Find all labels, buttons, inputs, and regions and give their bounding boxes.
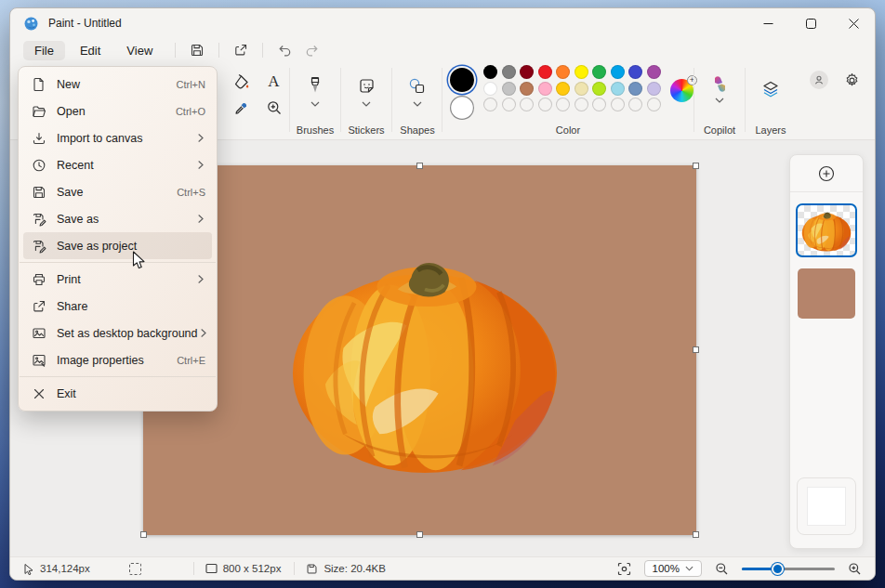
stickers-dropdown-chevron[interactable] xyxy=(341,101,391,107)
canvas-handle-top-center[interactable] xyxy=(416,163,423,169)
file-menu-item-image-properties[interactable]: Image propertiesCtrl+E xyxy=(23,346,212,373)
canvas-handle-right-middle[interactable] xyxy=(693,346,699,353)
paint-canvas[interactable] xyxy=(143,165,696,535)
fit-to-screen-button[interactable] xyxy=(617,562,631,576)
canvas-handle-top-right[interactable] xyxy=(693,163,699,169)
color-swatch-b5e61d[interactable] xyxy=(592,82,606,96)
color-swatch-c8bfe7[interactable] xyxy=(647,82,661,96)
statusbar-separator xyxy=(193,562,194,575)
brushes-dropdown-chevron[interactable] xyxy=(290,101,340,107)
file-menu-item-share[interactable]: Share xyxy=(23,293,212,320)
file-menu-item-set-as-desktop-background[interactable]: Set as desktop background xyxy=(23,320,212,346)
file-menu-item-exit[interactable]: Exit xyxy=(23,380,212,407)
color-swatch-empty-3[interactable] xyxy=(520,98,534,111)
stickers-button[interactable] xyxy=(353,73,379,98)
menu-separator xyxy=(20,376,216,377)
zoom-in-button[interactable] xyxy=(848,562,862,576)
color-swatch-empty-8[interactable] xyxy=(611,98,625,111)
color-swatch-880015[interactable] xyxy=(520,65,534,79)
desktop-bg-icon xyxy=(32,326,46,341)
zoom-slider[interactable] xyxy=(742,568,835,570)
zoom-level-dropdown[interactable]: 100% xyxy=(644,560,702,577)
file-menu-item-import-to-canvas[interactable]: Import to canvas xyxy=(23,124,212,151)
primary-color-swatch[interactable] xyxy=(450,68,474,92)
undo-button[interactable] xyxy=(271,40,298,60)
shapes-button[interactable] xyxy=(404,73,430,98)
color-swatch-empty-4[interactable] xyxy=(538,98,552,111)
color-swatch-ff7f27[interactable] xyxy=(556,65,570,79)
color-swatch-ffffff[interactable] xyxy=(483,82,497,96)
layer-2-thumbnail[interactable] xyxy=(798,268,855,319)
copilot-dropdown-chevron[interactable] xyxy=(694,98,745,103)
mouse-cursor xyxy=(132,251,146,270)
background-layer-container[interactable] xyxy=(797,477,856,535)
zoom-slider-thumb[interactable] xyxy=(772,563,784,575)
color-swatch-empty-9[interactable] xyxy=(628,98,642,111)
brushes-button[interactable] xyxy=(302,73,328,98)
zoom-out-button[interactable] xyxy=(715,562,729,576)
magnifier-plus-icon xyxy=(266,99,283,116)
close-button[interactable] xyxy=(832,8,875,38)
share-button[interactable] xyxy=(227,40,255,60)
add-layer-button[interactable] xyxy=(790,155,863,192)
secondary-color-swatch[interactable] xyxy=(450,96,474,120)
print-icon xyxy=(32,272,46,287)
file-menu-item-print[interactable]: Print xyxy=(23,266,212,293)
canvas-handle-bottom-left[interactable] xyxy=(140,531,147,538)
color-swatch-empty-1[interactable] xyxy=(483,98,497,111)
file-menu-item-recent[interactable]: Recent xyxy=(23,151,212,178)
color-swatch-ffaec9[interactable] xyxy=(538,82,552,96)
magnifier-tool-button[interactable] xyxy=(261,96,287,120)
redo-icon xyxy=(305,43,320,58)
save-button[interactable] xyxy=(183,40,211,60)
color-swatch-a349a4[interactable] xyxy=(647,65,661,79)
fill-tool-button[interactable] xyxy=(229,70,255,94)
file-menu-item-label: Recent xyxy=(57,159,195,172)
brush-icon xyxy=(307,76,324,95)
text-tool-button[interactable]: A xyxy=(261,70,287,94)
maximize-button[interactable] xyxy=(789,8,832,38)
color-swatch-empty-7[interactable] xyxy=(592,98,606,111)
color-swatch-ed1c24[interactable] xyxy=(538,65,552,79)
color-swatch-ffc90e[interactable] xyxy=(556,82,570,96)
menubar-item-edit[interactable]: Edit xyxy=(69,41,112,60)
paint-window: Paint - Untitled FileEditView xyxy=(9,7,876,581)
shapes-dropdown-chevron[interactable] xyxy=(392,101,442,107)
share-icon xyxy=(32,299,46,314)
eyedropper-tool-button[interactable] xyxy=(229,96,255,120)
file-menu-item-open[interactable]: OpenCtrl+O xyxy=(23,98,212,124)
color-swatch-99d9ea[interactable] xyxy=(611,82,625,96)
file-menu-item-new[interactable]: NewCtrl+N xyxy=(23,71,212,98)
file-menu-item-save-as-project[interactable]: Save as project xyxy=(23,232,212,259)
color-swatch-empty-2[interactable] xyxy=(502,98,516,111)
color-swatch-b97a57[interactable] xyxy=(520,82,534,96)
color-swatch-00a2e8[interactable] xyxy=(611,65,625,79)
color-swatch-efe4b0[interactable] xyxy=(575,82,588,96)
color-swatch-fff200[interactable] xyxy=(575,65,588,79)
color-swatch-7092be[interactable] xyxy=(628,82,642,96)
menubar-item-view[interactable]: View xyxy=(115,41,164,60)
color-swatch-3f48cc[interactable] xyxy=(628,65,642,79)
redo-button[interactable] xyxy=(298,40,326,60)
menubar-item-file[interactable]: File xyxy=(23,41,65,60)
color-swatch-empty-10[interactable] xyxy=(647,98,661,111)
edit-colors-button[interactable]: + xyxy=(670,79,693,102)
color-swatch-000000[interactable] xyxy=(483,65,497,79)
layer-1-thumbnail[interactable] xyxy=(798,205,855,255)
color-swatch-22b14c[interactable] xyxy=(592,65,606,79)
minimize-button[interactable] xyxy=(746,8,789,38)
color-swatch-c3c3c3[interactable] xyxy=(502,82,516,96)
new-icon xyxy=(32,77,46,92)
layers-button[interactable] xyxy=(758,77,784,101)
color-swatch-empty-5[interactable] xyxy=(556,98,570,111)
chevron-down-icon xyxy=(413,101,422,107)
canvas-handle-bottom-right[interactable] xyxy=(693,531,699,538)
color-swatch-empty-6[interactable] xyxy=(575,98,588,111)
file-menu-item-label: Print xyxy=(57,273,195,286)
file-menu-item-save[interactable]: SaveCtrl+S xyxy=(23,178,212,205)
canvas-handle-bottom-center[interactable] xyxy=(416,531,423,538)
color-swatch-7f7f7f[interactable] xyxy=(502,65,516,79)
file-menu-item-save-as[interactable]: Save as xyxy=(23,205,212,232)
chevron-down-icon xyxy=(310,101,320,107)
copilot-button[interactable] xyxy=(707,72,733,96)
